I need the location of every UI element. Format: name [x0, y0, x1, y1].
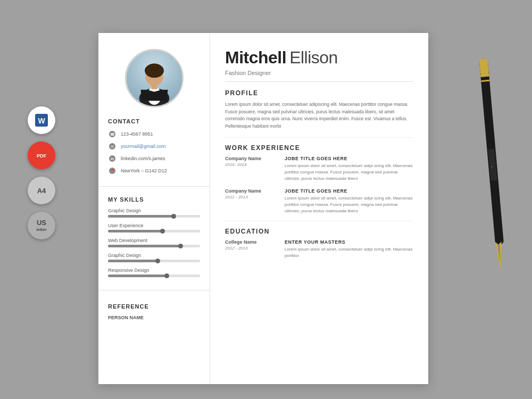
svg-rect-10 — [151, 84, 157, 89]
skill-name: User Experience — [108, 223, 200, 228]
skill-bar-fill — [108, 245, 181, 247]
location-text: NewYork – G142 D12 — [121, 168, 167, 173]
edu-entry: College Name 2012 - 2013 ENTER YOUR MAST… — [225, 239, 413, 259]
skill-name: Graphic Design — [108, 253, 200, 258]
svg-text:☎: ☎ — [110, 132, 115, 136]
edu-date: 2012 - 2013 — [225, 246, 278, 251]
us-line1: US — [37, 219, 46, 227]
skill-dot — [160, 229, 165, 234]
skill-name: Graphic Design — [108, 208, 200, 213]
name-divider — [225, 81, 413, 82]
resume-document: CONTACT ☎ 123-4567 8951 ✉ — [98, 33, 428, 384]
contact-divider — [98, 186, 210, 187]
skills-container: Graphic Design User Experience Web Devel… — [108, 208, 200, 277]
a4-label: A4 — [37, 187, 46, 195]
email-icon: ✉ — [108, 142, 117, 151]
first-name: Mitchell — [225, 48, 286, 67]
work-entry: Company Name 2012 - 2013 JOBE TITLE GOES… — [225, 188, 413, 214]
phone-text: 123-4567 8951 — [121, 131, 153, 137]
skill-name: Responsive Design — [108, 268, 200, 273]
skill-dot — [164, 273, 169, 278]
svg-marker-11 — [140, 90, 154, 101]
work-desc: Lorem ipsum dolor sit amet, consectetuer… — [285, 163, 413, 182]
edu-college: College Name — [225, 239, 278, 245]
skill-bar-bg — [108, 260, 200, 262]
svg-text:✉: ✉ — [111, 145, 114, 148]
work-right: JOBE TITLE GOES HERE Lorem ipsum dolor s… — [285, 156, 413, 182]
skills-section: MY SKILLS Graphic Design User Experience… — [98, 196, 210, 282]
work-divider — [225, 221, 413, 221]
svg-text:PDF: PDF — [37, 153, 47, 159]
skill-item: Graphic Design — [108, 208, 200, 218]
work-date: 2012 - 2013 — [225, 195, 278, 200]
skill-item: User Experience — [108, 223, 200, 232]
edu-desc: Lorem ipsum dolor sit amet, consectetuer… — [285, 246, 413, 259]
pdf-svg-icon: PDF — [34, 148, 49, 163]
email-text: yourmail@gmail.com — [121, 144, 165, 149]
job-title: Fashion Designer — [225, 70, 413, 76]
skill-bar-fill — [108, 230, 163, 232]
skill-item: Responsive Design — [108, 268, 200, 277]
skill-bar-fill — [108, 215, 174, 218]
skill-bar-bg — [108, 245, 200, 247]
page-wrapper: W PDF A4 US letter — [0, 0, 532, 399]
pen-decoration: ✦ — [475, 53, 509, 277]
work-left: Company Name 2016- 2018 — [225, 156, 278, 182]
location-icon: 📍 — [108, 167, 117, 175]
us-line2: letter — [36, 227, 47, 232]
skill-bar-bg — [108, 230, 200, 232]
name-block: MitchellEllison — [225, 48, 413, 68]
profile-text: Lorem ipsum dolor sit amet, consectetuer… — [225, 101, 413, 130]
skill-item: Graphic Design — [108, 253, 200, 262]
work-title: WORK EXPERIENCE — [225, 144, 413, 152]
person-label: PERSON NAME — [108, 315, 200, 320]
work-company: Company Name — [225, 156, 278, 161]
avatar-svg — [127, 49, 182, 107]
contact-title: CONTACT — [108, 118, 200, 124]
contact-email: ✉ yourmail@gmail.com — [108, 142, 200, 151]
profile-title: PROFILE — [225, 89, 413, 97]
word-inner: W — [34, 113, 49, 128]
word-icon-badge[interactable]: W — [28, 106, 55, 134]
profile-divider — [225, 137, 413, 138]
contact-section: CONTACT ☎ 123-4567 8951 ✉ — [98, 118, 210, 179]
svg-rect-23 — [479, 59, 489, 75]
work-jobtitle: JOBE TITLE GOES HERE — [285, 156, 413, 161]
edu-right: ENTER YOUR MASTERS Lorem ipsum dolor sit… — [285, 239, 413, 259]
skills-title: MY SKILLS — [108, 196, 200, 203]
skill-bar-fill — [108, 275, 168, 277]
work-right: JOBE TITLE GOES HERE Lorem ipsum dolor s… — [285, 188, 413, 214]
word-svg-icon: W — [34, 113, 49, 128]
phone-icon: ☎ — [108, 130, 117, 138]
work-date: 2016- 2018 — [225, 162, 278, 167]
svg-marker-12 — [154, 90, 168, 101]
edu-left: College Name 2012 - 2013 — [225, 239, 278, 259]
skill-dot — [178, 244, 183, 248]
edu-container: College Name 2012 - 2013 ENTER YOUR MAST… — [225, 239, 413, 259]
left-column: CONTACT ☎ 123-4567 8951 ✉ — [98, 33, 210, 384]
a4-icon-badge[interactable]: A4 — [28, 177, 55, 204]
linkedin-text: linkedin.com/s.james — [121, 156, 165, 161]
pdf-icon-badge[interactable]: PDF — [28, 142, 55, 169]
reference-section: REFERENCE PERSON NAME — [98, 303, 210, 320]
work-left: Company Name 2012 - 2013 — [225, 188, 278, 214]
skill-dot — [171, 214, 176, 219]
work-jobtitle: JOBE TITLE GOES HERE — [285, 188, 413, 194]
skill-bar-bg — [108, 215, 200, 218]
last-name: Ellison — [289, 48, 338, 67]
work-desc: Lorem ipsum dolor sit amet, consectetuer… — [285, 195, 413, 214]
linkedin-icon: in — [108, 154, 117, 163]
work-entry: Company Name 2016- 2018 JOBE TITLE GOES … — [225, 156, 413, 182]
work-company: Company Name — [225, 188, 278, 194]
svg-text:📍: 📍 — [110, 168, 115, 173]
svg-point-9 — [146, 64, 161, 74]
edu-degree: ENTER YOUR MASTERS — [285, 239, 413, 245]
skill-bar-bg — [108, 275, 200, 277]
skill-bar-fill — [108, 260, 159, 262]
skills-divider — [98, 290, 210, 290]
email-link[interactable]: yourmail@gmail.com — [121, 144, 165, 149]
contact-linkedin: in linkedin.com/s.james — [108, 154, 200, 163]
side-icons: W PDF A4 US letter — [28, 106, 55, 239]
reference-title: REFERENCE — [108, 303, 200, 310]
us-icon-badge[interactable]: US letter — [28, 212, 55, 239]
